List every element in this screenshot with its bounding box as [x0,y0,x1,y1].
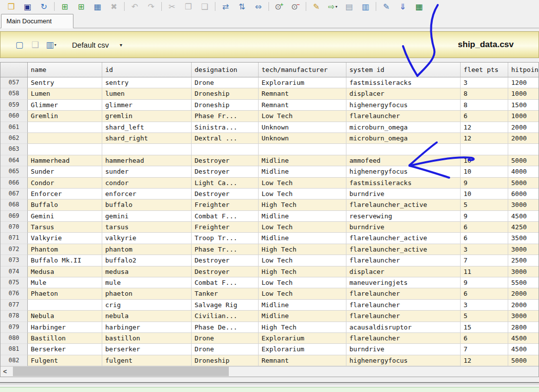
cell-id[interactable]: phantom [102,244,192,255]
cell-system_id[interactable]: reservewing [346,211,461,222]
row-number[interactable]: 082 [0,355,28,366]
cell-tech[interactable]: Midline [259,211,346,222]
cell-hitpoints[interactable]: 3000 [508,244,539,255]
cell-fleet_pts[interactable]: 10 [461,189,508,199]
cell-hitpoints[interactable]: 4500 [508,211,539,222]
cell-tech[interactable]: Remnant [259,88,346,99]
column-header-designation[interactable]: designation [192,63,259,77]
cell-fleet_pts[interactable]: 8 [461,88,508,99]
cell-system_id[interactable]: maneuveringjets [346,277,461,288]
cell-hitpoints[interactable]: 4000 [508,166,539,177]
insert-column-icon[interactable]: ⊞ [73,1,89,12]
column-header-name[interactable]: name [28,63,102,77]
cell-designation[interactable]: Dextral ... [192,133,259,144]
cell-system_id[interactable]: highenergyfocus [346,166,461,177]
cell-designation[interactable]: Civilian... [192,311,259,322]
cell-designation[interactable]: Sinistra... [192,122,259,133]
cell-hitpoints[interactable]: 4500 [508,344,539,355]
table-grid-icon[interactable]: ▦ [89,1,106,12]
cell-name[interactable]: Nebula [28,311,102,322]
cell-designation[interactable]: Combat F... [192,277,259,288]
dropdown-caret[interactable]: ▾ [336,4,337,9]
cell-hitpoints[interactable]: 2000 [508,122,539,133]
report-icon[interactable]: ▥ [357,1,374,12]
cell-fleet_pts[interactable]: 7 [461,344,508,355]
cell-id[interactable]: sentry [102,77,192,88]
cell-hitpoints[interactable]: 1500 [508,100,539,111]
scroll-left-button[interactable]: < [0,367,9,376]
cell-name[interactable]: Sunder [28,166,102,177]
cell-name[interactable]: Tarsus [28,222,102,233]
save-icon[interactable]: ▣ [19,1,36,12]
cell-id[interactable]: gremlin [102,111,192,122]
cell-name[interactable]: Buffalo [28,199,102,210]
row-number[interactable]: 077 [0,300,28,311]
column-header-tech[interactable]: tech/manufacturer [259,63,346,77]
cell-designation[interactable]: Freighter [192,222,259,233]
cell-tech[interactable]: Remnant [259,355,346,366]
cell-name[interactable]: Hammerhead [28,155,102,166]
cell-name[interactable]: Sentry [28,77,102,88]
cell-fleet_pts[interactable]: 3 [461,244,508,255]
cell-fleet_pts[interactable]: 9 [461,277,508,288]
cell-system_id[interactable]: acausaldisruptor [346,322,461,333]
cell-tech[interactable]: Midline [259,300,346,311]
cell-hitpoints[interactable]: 3000 [508,266,539,277]
cell-fleet_pts[interactable]: 8 [461,100,508,111]
cell-fleet_pts[interactable]: 6 [461,233,508,244]
row-number[interactable]: 080 [0,333,28,344]
row-number[interactable]: 070 [0,222,28,233]
cell-system_id[interactable]: flarelauncher_active [346,233,461,244]
cell-system_id[interactable]: burndrive [346,222,461,233]
edit-properties-icon[interactable]: ✎ [378,1,395,12]
cell-id[interactable]: bastillon [102,333,192,344]
cell-designation[interactable]: Destroyer [192,166,259,177]
cell-hitpoints[interactable]: 2800 [508,322,539,333]
cell-designation[interactable]: Light Ca... [192,178,259,189]
cell-hitpoints[interactable]: 5500 [508,277,539,288]
cell-name[interactable] [28,122,102,133]
fit-row-height-icon[interactable]: ⇅ [234,1,250,12]
column-layout-icon[interactable]: ▥▾ [43,39,59,50]
horizontal-scrollbar[interactable]: < [0,366,539,377]
row-number[interactable]: 073 [0,255,28,266]
cell-name[interactable]: Valkyrie [28,233,102,244]
cell-id[interactable]: mule [102,277,192,288]
cell-designation[interactable]: Drone [192,77,259,88]
cell-designation[interactable]: Destroyer [192,255,259,266]
cell-name[interactable]: Phantom [28,244,102,255]
cell-designation[interactable]: Phase De... [192,322,259,333]
scrollbar-thumb[interactable] [13,367,229,376]
cell-fleet_pts[interactable]: 6 [461,288,508,299]
cell-system_id[interactable] [346,144,461,155]
cell-fleet_pts[interactable]: 5 [461,199,508,210]
cell-system_id[interactable]: flarelauncher_active [346,199,461,210]
cell-system_id[interactable]: highenergyfocus [346,100,461,111]
cell-system_id[interactable]: displacer [346,88,461,99]
cell-designation[interactable]: Destroyer [192,189,259,199]
cell-id[interactable]: fulgent [102,355,192,366]
row-number[interactable]: 067 [0,189,28,199]
cell-designation[interactable]: Drone [192,344,259,355]
cell-fleet_pts[interactable]: 12 [461,122,508,133]
cell-name[interactable]: Harbinger [28,322,102,333]
open-file-icon[interactable]: ❒ [3,1,19,12]
format-selector[interactable]: Default csv ▾ [72,41,122,49]
cell-designation[interactable]: Freighter [192,199,259,210]
cell-name[interactable]: Buffalo Mk.II [28,255,102,266]
cell-tech[interactable]: High Tech [259,244,346,255]
row-number[interactable]: 069 [0,211,28,222]
cell-id[interactable]: glimmer [102,100,192,111]
row-number[interactable]: 071 [0,233,28,244]
cell-designation[interactable]: Tanker [192,288,259,299]
cell-tech[interactable]: High Tech [259,199,346,210]
cell-name[interactable] [28,133,102,144]
cell-tech[interactable]: Unknown [259,122,346,133]
cell-tech[interactable] [259,144,346,155]
cell-id[interactable]: berserker [102,344,192,355]
cell-hitpoints[interactable]: 3000 [508,311,539,322]
cell-id[interactable]: valkyrie [102,233,192,244]
cell-fleet_pts[interactable]: 6 [461,333,508,344]
tab-main-document[interactable]: Main Document [1,14,73,28]
cell-hitpoints[interactable]: 2500 [508,255,539,266]
